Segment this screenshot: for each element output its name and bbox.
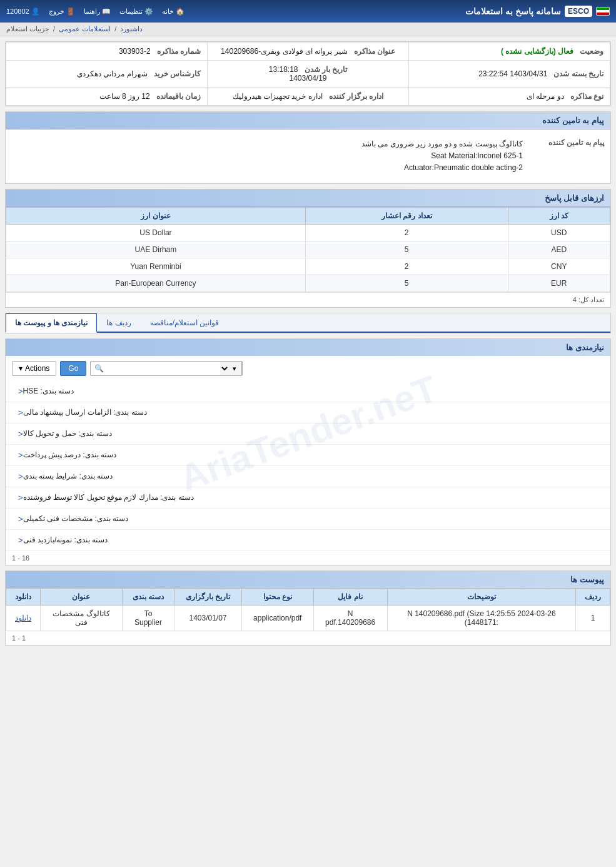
col-currency-name: عنوان ارز xyxy=(6,207,306,224)
category-label: دسته بندی: نمونه/بازدید فنی xyxy=(23,535,108,544)
chevron-right-icon: < xyxy=(18,493,23,502)
tab-rules[interactable]: قوانین استعلام/مناقصه xyxy=(141,313,229,333)
table-row: AED 5 UAE Dirham xyxy=(6,241,610,258)
column-header: توضیحات xyxy=(387,588,576,605)
attachments-header: پیوست ها xyxy=(6,571,610,588)
label-negotiation-number: شماره مذاکره xyxy=(157,47,201,56)
column-header: دسته بندی xyxy=(122,588,174,605)
requirements-toolbar: ▾ 🔍 Go Actions ▾ xyxy=(6,356,610,381)
search-wrap: ▾ 🔍 xyxy=(90,361,243,376)
category-label: دسته بندی: الزامات ارسال پیشنهاد مالی xyxy=(23,408,147,417)
categories-list: دسته بندی: HSE < دسته بندی: الزامات ارسا… xyxy=(6,381,610,551)
category-label: دسته بندی: HSE xyxy=(23,387,74,395)
col-decimals: تعداد رقم اعشار xyxy=(305,207,508,224)
nav-logout[interactable]: 🚪 خروج xyxy=(49,8,75,16)
list-item[interactable]: دسته بندی: مدارك لازم موقع تحویل کالا تو… xyxy=(6,487,610,509)
table-row: 1 N 140209686.pdf (Size 14:25:55 2024-03… xyxy=(6,605,610,631)
column-header: تاریخ بارگزاری xyxy=(174,588,242,605)
list-item[interactable]: دسته بندی: مشخصات فنی تکمیلی < xyxy=(6,509,610,530)
requirements-section: نیازمندی ها ▾ 🔍 Go Actions ▾ دسته بندی: … xyxy=(5,338,611,565)
category-label: دسته بندی: مشخصات فنی تکمیلی xyxy=(23,514,129,523)
currency-code: EUR xyxy=(508,275,610,292)
label-close-date: تاریخ بسته شدن xyxy=(553,69,603,78)
tabs-section: نیازمندی ها و پیوست ها ردیف ها قوانین اس… xyxy=(5,313,611,333)
actions-chevron-icon: ▾ xyxy=(19,364,23,373)
tab-rows[interactable]: ردیف ها xyxy=(97,313,140,333)
currency-decimals: 2 xyxy=(305,258,508,275)
attach-row-num: 1 xyxy=(576,605,610,631)
chevron-right-icon: < xyxy=(18,450,23,460)
nav-left: 🏠 خانه ⚙️ تنظیمات 📖 راهنما 🚪 خروج 👤 1208… xyxy=(6,8,184,16)
column-header: نام فایل xyxy=(313,588,387,605)
list-item[interactable]: دسته بندی: حمل و تحویل کالا < xyxy=(6,423,610,445)
category-label: دسته بندی: شرایط بسته بندی xyxy=(23,472,113,480)
flag-icon xyxy=(596,7,610,16)
tabs-nav: نیازمندی ها و پیوست ها ردیف ها قوانین اس… xyxy=(6,313,610,333)
currency-name: Pan-European Currency xyxy=(6,275,306,292)
message-section-header: پیام به تامین کننده xyxy=(6,112,610,129)
category-label: دسته بندی: حمل و تحویل کالا xyxy=(23,429,112,438)
search-input[interactable] xyxy=(108,362,220,375)
message-body: پیام به تامین کننده کاتالوگ پیوست شده و … xyxy=(6,129,610,183)
inquiry-close-date: 1403/04/31 23:22:54 xyxy=(478,69,547,78)
go-button[interactable]: Go xyxy=(60,361,86,376)
label-status: وضعیت xyxy=(580,47,603,56)
breadcrumb-inquiries[interactable]: استعلامات عمومی xyxy=(59,25,111,33)
list-item[interactable]: دسته بندی: HSE < xyxy=(6,381,610,402)
currency-section: ارزهای قابل پاسخ کد ارز تعداد رقم اعشار … xyxy=(5,189,611,308)
search-type-select[interactable]: ▾ xyxy=(220,362,242,375)
tab-needs[interactable]: نیازمندی ها و پیوست ها xyxy=(6,313,97,333)
nav-help[interactable]: 📖 راهنما xyxy=(84,8,111,16)
currency-name: UAE Dirham xyxy=(6,241,306,258)
label-remaining: زمان باقیمانده xyxy=(156,92,201,101)
currency-section-header: ارزهای قابل پاسخ xyxy=(6,190,610,207)
list-item[interactable]: دسته بندی: الزامات ارسال پیشنهاد مالی < xyxy=(6,402,610,423)
label-title: عنوان مذاکره xyxy=(354,47,395,56)
currency-table-footer: تعداد کل: 4 xyxy=(6,292,610,307)
nav-title: سامانه پاسخ به استعلامات xyxy=(465,6,561,16)
attach-download[interactable]: دانلود xyxy=(6,605,41,631)
nav-home[interactable]: 🏠 خانه xyxy=(162,8,184,16)
inquiry-negotiation-number: 2-303903 xyxy=(119,47,151,56)
currency-name: US Dollar xyxy=(6,224,306,241)
table-row: CNY 2 Yuan Renminbi xyxy=(6,258,610,275)
chevron-right-icon: < xyxy=(18,472,23,481)
inquiry-info-section: وضعیت فعال (بازگشایی نشده ) عنوان مذاکره… xyxy=(5,41,611,106)
inquiry-buyer: شهرام مرداني دهکردي xyxy=(77,69,148,78)
inquiry-type: دو مرحله ای xyxy=(527,92,564,101)
breadcrumb-current: جزییات استعلام xyxy=(6,25,49,33)
attach-content-type: application/pdf xyxy=(241,605,313,631)
requirements-header: نیازمندی ها xyxy=(6,339,610,356)
esco-logo: ESCO xyxy=(565,6,592,17)
category-label: دسته بندی: مدارك لازم موقع تحویل کالا تو… xyxy=(23,493,194,502)
category-label: دسته بندی: درصد پیش پرداخت xyxy=(23,450,117,459)
inquiry-executor: اداره خرید تجهیزات هیدرولیك xyxy=(233,92,323,101)
message-section: پیام به تامین کننده پیام به تامین کننده … xyxy=(5,111,611,184)
column-header: دانلود xyxy=(6,588,41,605)
column-header: عنوان xyxy=(40,588,122,605)
message-row: پیام به تامین کننده کاتالوگ پیوست شده و … xyxy=(12,136,604,177)
breadcrumb: داشبورد / استعلامات عمومی / جزییات استعل… xyxy=(0,23,616,36)
chevron-right-icon: < xyxy=(18,429,23,439)
list-item[interactable]: دسته بندی: شرایط بسته بندی < xyxy=(6,466,610,487)
attach-title: کاتالوگ مشخصات فنی xyxy=(40,605,122,631)
breadcrumb-dashboard[interactable]: داشبورد xyxy=(120,25,143,33)
label-load-date: تاریخ بار شدن xyxy=(305,65,348,74)
list-item[interactable]: دسته بندی: درصد پیش پرداخت < xyxy=(6,445,610,466)
label-executor: اداره برگزار کننده xyxy=(329,92,384,101)
table-row: USD 2 US Dollar xyxy=(6,224,610,241)
attach-upload-date: 1403/01/07 xyxy=(174,605,242,631)
attach-category: To Supplier xyxy=(122,605,174,631)
chevron-right-icon: < xyxy=(18,535,23,545)
label-buyer: کارشناس خرید xyxy=(154,69,201,78)
nav-settings[interactable]: ⚙️ تنظیمات xyxy=(119,8,153,16)
currency-code: USD xyxy=(508,224,610,241)
list-item[interactable]: دسته بندی: نمونه/بازدید فنی < xyxy=(6,530,610,551)
currency-code: CNY xyxy=(508,258,610,275)
attach-filename: N 140209686.pdf xyxy=(313,605,387,631)
column-header: نوع محتوا xyxy=(241,588,313,605)
requirements-pagination: 1 - 16 xyxy=(6,551,610,565)
chevron-right-icon: < xyxy=(18,387,23,396)
message-value: کاتالوگ پیوست شده و دو مورد زیر ضروری می… xyxy=(361,138,523,175)
actions-button[interactable]: Actions ▾ xyxy=(12,361,56,376)
